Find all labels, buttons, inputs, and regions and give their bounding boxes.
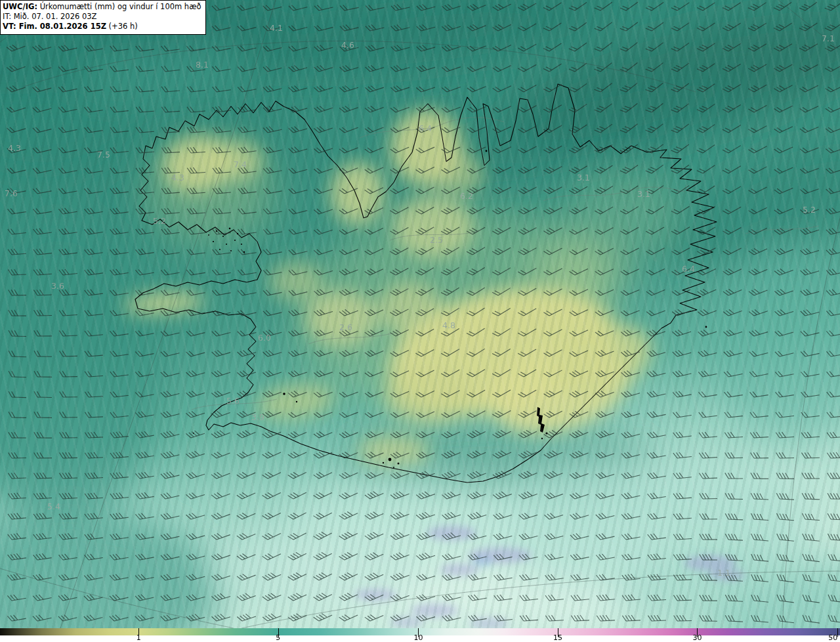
contour-label: 2.5	[430, 235, 443, 245]
contour-label: 6.4	[682, 264, 695, 274]
init-time: IT: Mið. 07. 01. 2026 03Z	[3, 12, 201, 22]
contour-label: 4.1	[270, 23, 283, 33]
contour-label: 6.4	[419, 123, 432, 133]
map-title-text: Úrkomumætti (mm) og vindur í 100m hæð	[37, 2, 201, 11]
colorbar-tick	[837, 628, 838, 637]
map-title-box: UWC/IG: Úrkomumætti (mm) og vindur í 100…	[0, 0, 206, 35]
valid-time: VT: Fim. 08.01.2026 15Z (+36 h)	[3, 22, 201, 32]
contour-label: 1.1	[717, 568, 730, 578]
contour-label: 6.2	[460, 191, 473, 201]
contour-label: 7.4	[234, 160, 247, 169]
contour-label: 8.1	[196, 60, 209, 70]
weather-map-viewport: 4.14.68.17.14.37.57.44.37.65.26.46.23.13…	[0, 0, 840, 642]
contour-label: 6.0	[258, 333, 271, 343]
contour-label: 4.8	[442, 320, 455, 330]
contour-label: 5.2	[803, 205, 816, 215]
colorbar-tick-label: 10	[413, 634, 423, 641]
map-title-line: UWC/IG: Úrkomumætti (mm) og vindur í 100…	[3, 2, 201, 12]
contour-label: 5.4	[47, 502, 60, 511]
colorbar-tick-label: 5	[276, 634, 280, 641]
contour-label: 3.6	[51, 281, 64, 291]
contour-label: 3.1	[637, 189, 650, 199]
contour-label: 7.1	[822, 33, 835, 43]
contour-label: 3.9	[251, 412, 264, 422]
contour-label: 4.6	[341, 40, 354, 50]
contour-label: 3.1	[577, 173, 590, 182]
contour-label: 5.6	[226, 396, 240, 406]
colorbar-tick-label: 15	[553, 634, 562, 641]
contour-label: 5.2	[153, 216, 166, 226]
valid-time-offset: (+36 h)	[106, 22, 138, 31]
contour-label: 4.3	[8, 143, 21, 153]
contour-label: 7.5	[97, 150, 110, 160]
contour-label: 2.6	[339, 322, 352, 332]
colorbar-tick-label: 50	[828, 634, 837, 641]
weather-map-svg: 4.14.68.17.14.37.57.44.37.65.26.46.23.13…	[0, 0, 840, 628]
contour-label: 4.3	[171, 173, 184, 182]
contour-label: 7.6	[5, 188, 18, 198]
model-name: UWC/IG:	[3, 2, 37, 11]
colorbar-tick-label: 1	[136, 634, 141, 641]
colorbar-tick-label: 30	[692, 634, 702, 641]
valid-time-main: VT: Fim. 08.01.2026 15Z	[3, 22, 106, 31]
colorbar: 1510153050	[0, 628, 840, 642]
